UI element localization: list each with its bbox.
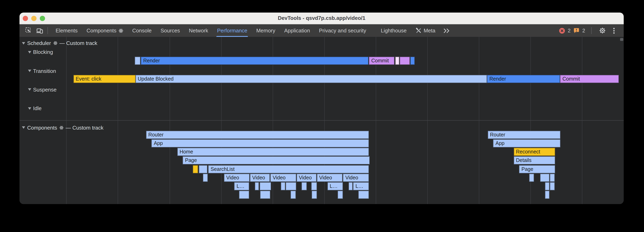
flame-bar-reconnect[interactable]: Reconnect bbox=[514, 148, 555, 156]
tab-memory[interactable]: Memory bbox=[252, 24, 280, 37]
devtools-toolbar: Elements Components Console Sources Netw… bbox=[20, 24, 624, 37]
flame-bar-l[interactable]: L… bbox=[234, 182, 249, 190]
kebab-menu-button[interactable] bbox=[610, 26, 618, 35]
bar-label: Video bbox=[343, 174, 368, 181]
tab-elements[interactable]: Elements bbox=[51, 24, 82, 37]
lane-idle[interactable]: Idle bbox=[28, 105, 42, 111]
flame-bar-page[interactable]: Page bbox=[519, 165, 555, 173]
flame-bar-l[interactable]: L… bbox=[353, 182, 369, 190]
flame-bar[interactable] bbox=[545, 182, 550, 190]
flame-bar[interactable] bbox=[312, 191, 317, 199]
lane-suspense[interactable]: Suspense bbox=[28, 87, 56, 93]
flame-bar-render[interactable]: Render bbox=[141, 56, 368, 65]
performance-panel: Scheduler — Custom track Blocking Transi… bbox=[20, 37, 624, 204]
flame-bar-l[interactable]: L… bbox=[327, 182, 343, 190]
tab-lighthouse[interactable]: Lighthouse bbox=[376, 24, 411, 37]
tab-label: Memory bbox=[256, 27, 275, 34]
flame-bar[interactable] bbox=[358, 191, 369, 199]
flame-bar-video[interactable]: Video bbox=[317, 174, 342, 182]
warning-badge-icon[interactable] bbox=[574, 27, 580, 34]
bar-label: L… bbox=[328, 183, 342, 190]
tab-privacy-and-security[interactable]: Privacy and security bbox=[314, 24, 371, 37]
flame-bar[interactable] bbox=[255, 182, 259, 190]
tab-console[interactable]: Console bbox=[128, 24, 156, 37]
flame-bar[interactable] bbox=[400, 56, 410, 65]
settings-button[interactable] bbox=[598, 26, 607, 35]
flame-bar[interactable] bbox=[239, 191, 249, 199]
error-badge-icon[interactable] bbox=[559, 28, 565, 33]
flame-bar[interactable] bbox=[348, 182, 353, 190]
lane-blocking[interactable]: Blocking bbox=[28, 49, 53, 55]
flame-bar-video[interactable]: Video bbox=[343, 174, 369, 182]
bar-label: Render bbox=[141, 57, 368, 64]
bar-label: App bbox=[152, 140, 368, 147]
lane-title: Transition bbox=[33, 68, 56, 74]
flame-bar-video[interactable]: Video bbox=[296, 174, 316, 182]
collapse-triangle-icon[interactable] bbox=[28, 107, 31, 110]
flame-bar[interactable] bbox=[260, 191, 270, 199]
tab-label: Network bbox=[189, 27, 208, 34]
flame-bar[interactable] bbox=[301, 182, 306, 190]
flame-bar-update-blocked[interactable]: Update Blocked bbox=[135, 75, 487, 83]
collapse-triangle-icon[interactable] bbox=[22, 126, 25, 129]
bar-label: L… bbox=[354, 183, 368, 190]
flame-bar-video[interactable]: Video bbox=[224, 174, 250, 182]
flame-bar[interactable] bbox=[290, 191, 296, 199]
inspect-icon bbox=[25, 27, 32, 34]
flame-bar[interactable] bbox=[410, 56, 414, 65]
track-header-scheduler[interactable]: Scheduler — Custom track bbox=[22, 40, 97, 46]
collapse-triangle-icon[interactable] bbox=[28, 88, 31, 91]
flame-bar[interactable] bbox=[135, 56, 140, 65]
flame-bar[interactable] bbox=[260, 182, 271, 190]
flame-bar[interactable] bbox=[550, 182, 555, 190]
flame-bar[interactable] bbox=[203, 174, 208, 182]
bar-label: Commit bbox=[560, 75, 618, 82]
flame-bar-app[interactable]: App bbox=[151, 139, 369, 147]
flame-bar[interactable] bbox=[545, 191, 550, 199]
flame-bar[interactable] bbox=[540, 174, 550, 182]
more-tabs-button[interactable] bbox=[443, 28, 450, 33]
collapse-triangle-icon[interactable] bbox=[28, 51, 31, 53]
tab-sources[interactable]: Sources bbox=[156, 24, 184, 37]
tab-application[interactable]: Application bbox=[280, 24, 314, 37]
track-header-components[interactable]: Components — Custom track bbox=[22, 124, 104, 130]
flame-bar-render[interactable]: Render bbox=[487, 75, 560, 83]
lane-title: Idle bbox=[33, 105, 42, 111]
lane-transition[interactable]: Transition bbox=[28, 68, 56, 74]
flame-bar-app[interactable]: App bbox=[493, 139, 560, 147]
flame-bar-page[interactable]: Page bbox=[182, 156, 370, 165]
flame-bar-details[interactable]: Details bbox=[514, 156, 555, 165]
bar-label: Home bbox=[178, 148, 368, 155]
collapse-triangle-icon[interactable] bbox=[22, 42, 25, 44]
flame-bar[interactable] bbox=[395, 56, 399, 65]
flame-bar-video[interactable]: Video bbox=[270, 174, 296, 182]
flame-bar-searchlist[interactable]: SearchList bbox=[208, 165, 369, 173]
tab-performance[interactable]: Performance bbox=[213, 24, 252, 37]
bar-label: Commit bbox=[369, 57, 394, 64]
flame-bar[interactable] bbox=[529, 174, 534, 182]
device-toolbar-button[interactable] bbox=[35, 26, 44, 35]
flame-bar-commit[interactable]: Commit bbox=[560, 75, 619, 83]
flame-bar-commit[interactable]: Commit bbox=[369, 56, 394, 65]
flame-bar[interactable] bbox=[286, 182, 296, 190]
flame-bar-event-click[interactable]: Event: click bbox=[73, 75, 135, 83]
track-separator bbox=[20, 120, 624, 121]
inspect-element-button[interactable] bbox=[24, 26, 33, 35]
tab-label: Components bbox=[86, 27, 116, 34]
flame-bar-router[interactable]: Router bbox=[488, 130, 560, 139]
tab-components[interactable]: Components bbox=[82, 24, 128, 37]
tab-meta[interactable]: Meta bbox=[411, 24, 440, 37]
tab-network[interactable]: Network bbox=[184, 24, 213, 37]
flame-bar-home[interactable]: Home bbox=[177, 148, 369, 156]
flame-bar-router[interactable]: Router bbox=[146, 130, 369, 139]
flame-bar[interactable] bbox=[311, 182, 317, 190]
flame-bar[interactable] bbox=[550, 174, 555, 182]
flame-bar[interactable] bbox=[199, 165, 207, 173]
flame-bar-video[interactable]: Video bbox=[250, 174, 270, 182]
collapse-triangle-icon[interactable] bbox=[28, 70, 31, 72]
flame-bar[interactable] bbox=[192, 165, 198, 173]
scrollbar-thumb[interactable] bbox=[620, 38, 623, 41]
flame-bar[interactable] bbox=[280, 182, 285, 190]
kebab-menu-icon bbox=[613, 27, 615, 34]
flame-bar[interactable] bbox=[338, 191, 343, 199]
